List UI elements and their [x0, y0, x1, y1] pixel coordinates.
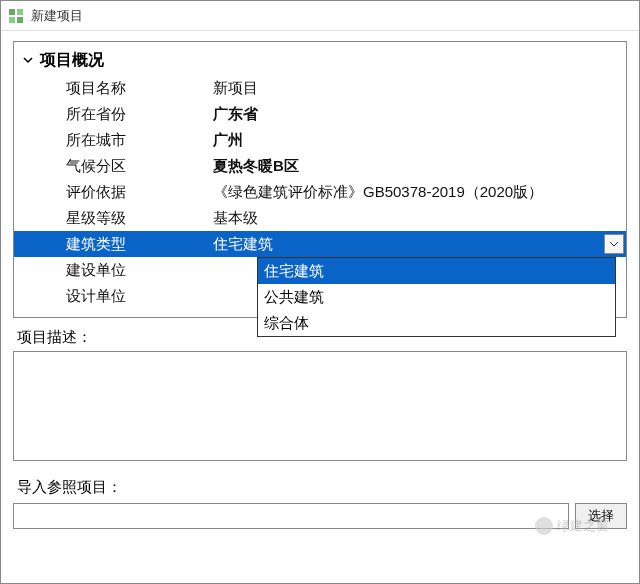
value-star: 基本级: [209, 205, 626, 231]
label-province: 所在省份: [14, 101, 209, 127]
row-building-type[interactable]: 建筑类型 住宅建筑: [14, 231, 626, 257]
label-designer: 设计单位: [14, 283, 209, 309]
app-icon: [7, 7, 25, 25]
chevron-down-icon: [22, 52, 36, 70]
section-header[interactable]: 项目概况: [14, 46, 626, 75]
import-row: 选择: [13, 503, 627, 529]
svg-rect-2: [9, 17, 15, 23]
row-city[interactable]: 所在城市 广州: [14, 127, 626, 153]
label-city: 所在城市: [14, 127, 209, 153]
titlebar: 新建项目: [1, 1, 639, 31]
row-climate[interactable]: 气候分区 夏热冬暖B区: [14, 153, 626, 179]
value-building-type-text: 住宅建筑: [213, 235, 273, 252]
label-climate: 气候分区: [14, 153, 209, 179]
value-province: 广东省: [209, 101, 626, 127]
row-star[interactable]: 星级等级 基本级: [14, 205, 626, 231]
browse-button[interactable]: 选择: [575, 503, 627, 529]
label-builder: 建设单位: [14, 257, 209, 283]
dropdown-toggle[interactable]: [604, 234, 624, 254]
import-label: 导入参照项目：: [13, 478, 627, 497]
row-province[interactable]: 所在省份 广东省: [14, 101, 626, 127]
label-basis: 评价依据: [14, 179, 209, 205]
project-overview-panel: 项目概况 项目名称 新项目 所在省份 广东省 所在城市 广州 气候分区 夏热冬暖…: [13, 41, 627, 318]
label-star: 星级等级: [14, 205, 209, 231]
svg-rect-1: [17, 9, 23, 15]
dropdown-anchor: 建设单位 设计单位 住宅建筑 公共建筑 综合体: [14, 257, 626, 309]
label-building-type: 建筑类型: [14, 231, 209, 257]
value-project-name: 新项目: [209, 75, 626, 101]
row-project-name[interactable]: 项目名称 新项目: [14, 75, 626, 101]
svg-rect-3: [17, 17, 23, 23]
import-path-input[interactable]: [13, 503, 569, 529]
section-title: 项目概况: [40, 50, 104, 71]
svg-rect-0: [9, 9, 15, 15]
dropdown-option-2[interactable]: 综合体: [258, 310, 615, 336]
building-type-dropdown: 住宅建筑 公共建筑 综合体: [257, 257, 616, 337]
value-climate: 夏热冬暖B区: [209, 153, 626, 179]
dropdown-option-1[interactable]: 公共建筑: [258, 284, 615, 310]
content-area: 项目概况 项目名称 新项目 所在省份 广东省 所在城市 广州 气候分区 夏热冬暖…: [1, 31, 639, 529]
dropdown-option-0[interactable]: 住宅建筑: [258, 258, 615, 284]
description-textarea[interactable]: [13, 351, 627, 461]
row-basis[interactable]: 评价依据 《绿色建筑评价标准》GB50378-2019（2020版）: [14, 179, 626, 205]
window-title: 新建项目: [31, 7, 83, 25]
dialog-window: 新建项目 项目概况 项目名称 新项目 所在省份 广东省 所在城市 广州: [0, 0, 640, 584]
value-building-type: 住宅建筑: [209, 231, 626, 257]
value-city: 广州: [209, 127, 626, 153]
label-project-name: 项目名称: [14, 75, 209, 101]
value-basis: 《绿色建筑评价标准》GB50378-2019（2020版）: [209, 179, 626, 205]
